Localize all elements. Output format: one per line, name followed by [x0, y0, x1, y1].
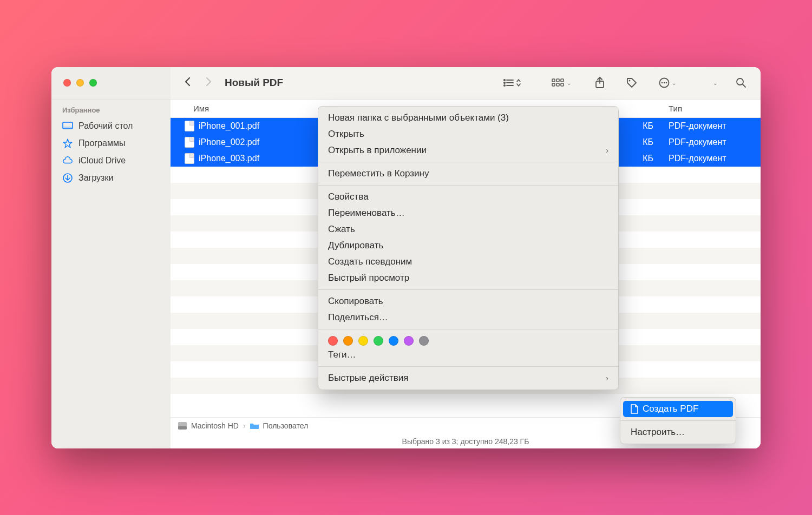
sidebar: Избранное Рабочий стол Программы iCloud …	[51, 100, 171, 448]
svg-point-18	[737, 78, 743, 85]
folder-icon	[250, 422, 259, 430]
file-icon	[185, 153, 194, 164]
sidebar-item-icloud[interactable]: iCloud Drive	[51, 152, 171, 169]
svg-rect-6	[552, 79, 555, 82]
menu-tags-more[interactable]: Теги…	[318, 347, 618, 363]
more-button[interactable]: ⌄	[654, 75, 680, 90]
window-title: Новый PDF	[225, 77, 283, 89]
file-type: PDF-документ	[663, 137, 761, 147]
search-button[interactable]	[731, 75, 751, 90]
menu-separator	[318, 162, 618, 162]
svg-rect-7	[556, 79, 559, 82]
desktop-icon	[62, 121, 73, 131]
document-icon	[631, 404, 638, 414]
svg-line-19	[743, 84, 745, 87]
dropdown-chevron[interactable]: ⌄	[708, 78, 722, 88]
group-by-button[interactable]: ⌄	[547, 76, 575, 89]
path-crumb[interactable]: Macintosh HD	[191, 421, 239, 430]
tags-button[interactable]	[622, 75, 641, 90]
submenu-label: Настроить…	[631, 427, 685, 438]
svg-point-0	[504, 80, 505, 81]
chevron-down-icon: ⌄	[672, 80, 676, 86]
menu-duplicate[interactable]: Дублировать	[318, 237, 618, 254]
applications-icon	[62, 138, 73, 149]
sidebar-item-downloads[interactable]: Загрузки	[51, 169, 171, 187]
status-text: Выбрано 3 из 3; доступно 248,23 ГБ	[402, 437, 529, 446]
file-type: PDF-документ	[663, 121, 761, 131]
menu-rename[interactable]: Переименовать…	[318, 205, 618, 221]
svg-rect-10	[556, 83, 559, 86]
sidebar-item-desktop[interactable]: Рабочий стол	[51, 117, 171, 135]
finder-window: Новый PDF ⌄ ⌄ ⌄	[51, 67, 761, 448]
file-icon	[185, 121, 194, 131]
cloud-icon	[62, 155, 73, 166]
chevron-down-icon: ⌄	[567, 80, 571, 86]
titlebar: Новый PDF ⌄ ⌄ ⌄	[51, 67, 761, 100]
svg-point-17	[666, 82, 667, 84]
tag-swatch[interactable]	[358, 336, 368, 346]
context-menu: Новая папка с выбранными объектами (3) О…	[318, 106, 619, 390]
menu-get-info[interactable]: Свойства	[318, 189, 618, 205]
svg-rect-21	[63, 127, 73, 129]
traffic-lights	[51, 67, 171, 99]
sidebar-item-applications[interactable]: Программы	[51, 135, 171, 152]
file-icon	[185, 137, 194, 148]
path-sep: ›	[243, 421, 246, 430]
menu-new-folder-with-selection[interactable]: Новая папка с выбранными объектами (3)	[318, 110, 618, 126]
svg-point-13	[629, 80, 631, 82]
svg-point-4	[504, 85, 505, 86]
tag-swatch[interactable]	[389, 336, 398, 346]
back-button[interactable]	[180, 77, 195, 89]
svg-rect-11	[561, 83, 564, 86]
menu-separator	[318, 366, 618, 367]
submenu-create-pdf[interactable]: Создать PDF	[623, 401, 733, 417]
col-type[interactable]: Тип	[663, 104, 761, 113]
toolbar: Новый PDF ⌄ ⌄ ⌄	[171, 67, 761, 99]
file-type: PDF-документ	[663, 154, 761, 163]
svg-rect-24	[178, 426, 187, 430]
forward-button[interactable]	[201, 77, 216, 89]
tag-swatch[interactable]	[328, 336, 338, 346]
close-button[interactable]	[63, 79, 71, 87]
downloads-icon	[62, 173, 73, 183]
submenu-customize[interactable]: Настроить…	[623, 424, 733, 440]
menu-separator	[318, 329, 618, 329]
sidebar-item-label: Загрузки	[78, 173, 113, 183]
menu-open-with[interactable]: Открыть в приложении›	[318, 142, 618, 159]
svg-point-2	[504, 82, 505, 83]
menu-open[interactable]: Открыть	[318, 126, 618, 142]
menu-quick-actions[interactable]: Быстрые действия›	[318, 370, 618, 386]
menu-separator	[318, 185, 618, 186]
menu-make-alias[interactable]: Создать псевдоним	[318, 254, 618, 270]
sidebar-item-label: Рабочий стол	[78, 121, 133, 131]
sidebar-group-favorites: Избранное	[51, 106, 171, 117]
minimize-button[interactable]	[76, 79, 84, 87]
tag-swatch[interactable]	[419, 336, 429, 346]
svg-point-15	[662, 82, 663, 84]
menu-separator	[318, 289, 618, 290]
menu-tag-colors	[318, 333, 618, 347]
disk-icon	[178, 422, 187, 430]
quick-actions-submenu: Создать PDF Настроить…	[620, 397, 736, 444]
svg-point-16	[664, 82, 665, 84]
sidebar-item-label: Программы	[78, 138, 125, 148]
chevron-right-icon: ›	[606, 146, 608, 155]
menu-compress[interactable]: Сжать	[318, 221, 618, 237]
submenu-label: Создать PDF	[643, 404, 698, 414]
tag-swatch[interactable]	[374, 336, 383, 346]
chevron-right-icon: ›	[606, 374, 608, 382]
maximize-button[interactable]	[89, 79, 97, 87]
menu-copy[interactable]: Скопировать	[318, 293, 618, 309]
menu-quicklook[interactable]: Быстрый просмотр	[318, 270, 618, 286]
svg-rect-8	[561, 79, 564, 82]
tag-swatch[interactable]	[343, 336, 353, 346]
share-button[interactable]	[591, 75, 609, 91]
menu-move-to-trash[interactable]: Переместить в Корзину	[318, 166, 618, 182]
sidebar-item-label: iCloud Drive	[78, 156, 126, 166]
path-crumb[interactable]: Пользовател	[263, 421, 309, 430]
menu-separator	[620, 420, 736, 421]
view-list-button[interactable]	[499, 76, 526, 89]
menu-share[interactable]: Поделиться…	[318, 309, 618, 326]
tag-swatch[interactable]	[404, 336, 414, 346]
svg-rect-9	[552, 83, 555, 86]
